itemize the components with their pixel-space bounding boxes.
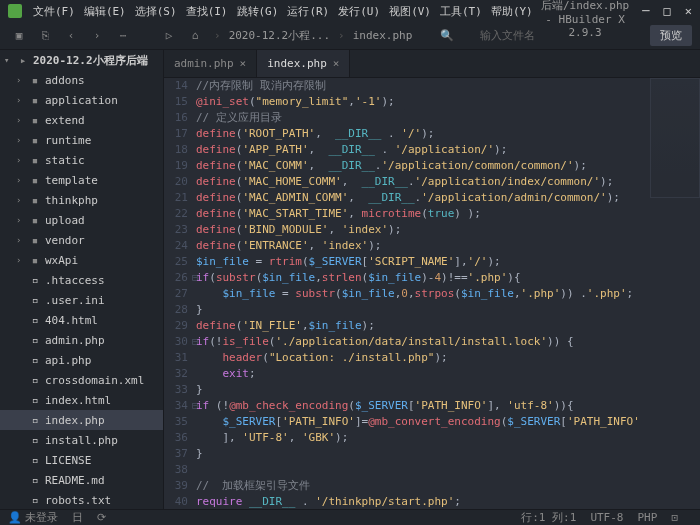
terminal-icon[interactable]: ⊡ bbox=[671, 511, 678, 524]
editor-tab[interactable]: admin.php× bbox=[164, 50, 257, 77]
close-icon[interactable]: × bbox=[240, 57, 247, 70]
tree-file[interactable]: ▫admin.php bbox=[0, 330, 163, 350]
tree-folder[interactable]: ›▪application bbox=[0, 90, 163, 110]
tree-folder[interactable]: ›▪template bbox=[0, 170, 163, 190]
breadcrumb[interactable]: 2020-12.2小程... bbox=[225, 28, 334, 43]
tree-file[interactable]: ▫index.php bbox=[0, 410, 163, 430]
tree-folder[interactable]: ›▪upload bbox=[0, 210, 163, 230]
app-logo-icon bbox=[8, 4, 22, 18]
tree-file[interactable]: ▫README.md bbox=[0, 470, 163, 490]
tree-folder[interactable]: ›▪addons bbox=[0, 70, 163, 90]
ellipsis-icon[interactable]: ⋯ bbox=[112, 25, 134, 47]
menu-item[interactable]: 发行(U) bbox=[335, 4, 383, 19]
language-mode[interactable]: PHP bbox=[638, 511, 658, 524]
search-input[interactable]: 输入文件名 bbox=[474, 28, 574, 43]
new-file-icon[interactable]: ⎘ bbox=[34, 25, 56, 47]
tree-folder[interactable]: ›▪extend bbox=[0, 110, 163, 130]
tree-file[interactable]: ▫404.html bbox=[0, 310, 163, 330]
search-icon[interactable]: 🔍 bbox=[436, 25, 458, 47]
tree-folder[interactable]: ›▪vendor bbox=[0, 230, 163, 250]
maximize-button[interactable]: □ bbox=[664, 4, 671, 18]
editor: admin.php×index.php× 1415161718192021222… bbox=[164, 50, 700, 509]
tree-file[interactable]: ▫crossdomain.xml bbox=[0, 370, 163, 390]
status-bar: 👤 未登录 日 ⟳ 行:1 列:1 UTF-8 PHP ⊡ bbox=[0, 509, 700, 525]
tree-file[interactable]: ▫api.php bbox=[0, 350, 163, 370]
explorer-icon[interactable]: ▣ bbox=[8, 25, 30, 47]
title-bar: 文件(F)编辑(E)选择(S)查找(I)跳转(G)运行(R)发行(U)视图(V)… bbox=[0, 0, 700, 22]
forward-icon[interactable]: › bbox=[86, 25, 108, 47]
tree-file[interactable]: ▫install.php bbox=[0, 430, 163, 450]
cursor-position[interactable]: 行:1 列:1 bbox=[521, 510, 576, 525]
tree-file[interactable]: ▫.htaccess bbox=[0, 270, 163, 290]
menu-item[interactable]: 跳转(G) bbox=[234, 4, 282, 19]
close-button[interactable]: ✕ bbox=[685, 4, 692, 18]
file-explorer: ▾▸2020-12.2小程序后端 ›▪addons›▪application›▪… bbox=[0, 50, 164, 509]
encoding[interactable]: UTF-8 bbox=[590, 511, 623, 524]
close-icon[interactable]: × bbox=[333, 57, 340, 70]
tree-folder[interactable]: ›▪static bbox=[0, 150, 163, 170]
menu-item[interactable]: 运行(R) bbox=[284, 4, 332, 19]
menu-item[interactable]: 查找(I) bbox=[183, 4, 231, 19]
tree-folder[interactable]: ›▪wxApi bbox=[0, 250, 163, 270]
breadcrumb[interactable]: index.php bbox=[349, 29, 417, 42]
menu-bar: 文件(F)编辑(E)选择(S)查找(I)跳转(G)运行(R)发行(U)视图(V)… bbox=[30, 4, 536, 19]
back-icon[interactable]: ‹ bbox=[60, 25, 82, 47]
menu-item[interactable]: 编辑(E) bbox=[81, 4, 129, 19]
tree-file[interactable]: ▫robots.txt bbox=[0, 490, 163, 509]
menu-item[interactable]: 帮助(Y) bbox=[488, 4, 536, 19]
minimize-button[interactable]: ─ bbox=[642, 4, 649, 18]
tree-file[interactable]: ▫LICENSE bbox=[0, 450, 163, 470]
run-icon[interactable]: ▷ bbox=[158, 25, 180, 47]
sync-icon[interactable]: 日 bbox=[72, 510, 83, 525]
sync-icon[interactable]: ⟳ bbox=[97, 511, 106, 524]
minimap[interactable] bbox=[650, 78, 700, 198]
editor-tab[interactable]: index.php× bbox=[257, 50, 350, 77]
user-icon[interactable]: 👤 未登录 bbox=[8, 510, 58, 525]
tree-file[interactable]: ▫.user.ini bbox=[0, 290, 163, 310]
tree-file[interactable]: ▫index.html bbox=[0, 390, 163, 410]
tree-folder[interactable]: ›▪runtime bbox=[0, 130, 163, 150]
code-area[interactable]: 14151617181920212223242526⊟27282930⊟3132… bbox=[164, 78, 700, 509]
home-icon[interactable]: ⌂ bbox=[184, 25, 206, 47]
preview-button[interactable]: 预览 bbox=[650, 25, 692, 46]
tree-root[interactable]: ▾▸2020-12.2小程序后端 bbox=[0, 50, 163, 70]
tree-folder[interactable]: ›▪thinkphp bbox=[0, 190, 163, 210]
editor-tabs: admin.php×index.php× bbox=[164, 50, 700, 78]
menu-item[interactable]: 选择(S) bbox=[132, 4, 180, 19]
menu-item[interactable]: 文件(F) bbox=[30, 4, 78, 19]
menu-item[interactable]: 工具(T) bbox=[437, 4, 485, 19]
menu-item[interactable]: 视图(V) bbox=[386, 4, 434, 19]
